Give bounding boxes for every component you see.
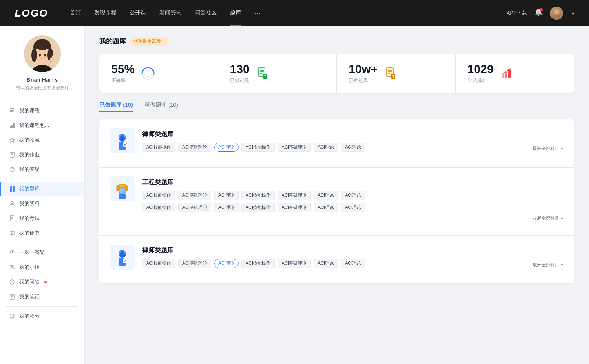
- sidebar-label-homework: 我的作业: [19, 151, 40, 158]
- svg-point-35: [11, 232, 13, 233]
- questions-icon-wrap: [255, 66, 270, 81]
- quiz-bank-lawyer-1: 律师类题库 ACI技能操作 ACI基础理论 ACI理论 ACI技能操作 ACI基…: [99, 119, 574, 168]
- sidebar-label-qa: 我的答疑: [19, 166, 40, 173]
- sidebar-item-points[interactable]: 我的积分: [0, 309, 84, 324]
- tag-item[interactable]: ACI基础理论: [278, 191, 311, 200]
- quiz-bank-engineer-header: 工程类题库 ACI技能操作 ACI基础理论 ACI理论 ACI技能操作 ACI基…: [110, 176, 564, 221]
- profile-avatar[interactable]: [24, 35, 61, 72]
- stat-rank-label: 全站排名: [468, 77, 494, 84]
- svg-point-11: [39, 54, 41, 57]
- tag-item[interactable]: ACI理论: [314, 191, 338, 200]
- avatar-chevron[interactable]: ▾: [572, 11, 574, 16]
- expand-link-1[interactable]: 展开全部科目 ∨: [533, 146, 564, 152]
- engineer-title: 工程类题库: [142, 178, 564, 186]
- tag-item[interactable]: ACI理论: [314, 143, 338, 152]
- tag-item[interactable]: ACI理论: [214, 191, 239, 200]
- sidebar-item-1on1[interactable]: 一对一答疑: [0, 245, 84, 260]
- questions-icon: ?: [9, 279, 15, 285]
- tab-done[interactable]: 已做题库 (10): [99, 101, 133, 112]
- sidebar-item-notes[interactable]: 我的笔记: [0, 289, 84, 304]
- tag-item[interactable]: ACI理论: [341, 203, 365, 212]
- tag-item[interactable]: ACI技能操作: [142, 203, 175, 212]
- svg-point-46: [10, 314, 14, 318]
- tag-item-active[interactable]: ACI理论: [214, 143, 239, 152]
- avatar-image: [550, 7, 563, 20]
- tag-item-active[interactable]: ACI理论: [214, 259, 239, 268]
- avatar[interactable]: [550, 7, 563, 20]
- page-title: 我的题库: [99, 37, 126, 46]
- svg-marker-19: [10, 138, 14, 142]
- nav-news[interactable]: 新闻资讯: [159, 9, 181, 18]
- tag-item[interactable]: ACI技能操作: [241, 203, 275, 212]
- tag-item[interactable]: ACI理论: [314, 203, 338, 212]
- stat-accuracy: 55% 正确率: [99, 54, 218, 93]
- sidebar-item-courses[interactable]: 我的课程: [0, 103, 84, 118]
- tag-item[interactable]: ACI理论: [341, 259, 365, 268]
- quiz-bank-engineer: 工程类题库 ACI技能操作 ACI基础理论 ACI理论 ACI技能操作 ACI基…: [99, 168, 574, 236]
- stat-accuracy-number: 55%: [111, 63, 135, 75]
- nav-quiz[interactable]: 题库: [230, 9, 241, 18]
- tag-item[interactable]: ACI技能操作: [142, 191, 175, 200]
- tag-item[interactable]: ACI基础理论: [178, 191, 211, 200]
- tag-item[interactable]: ACI技能操作: [241, 143, 275, 152]
- expand-link-3[interactable]: 展开全部科目 ∨: [533, 262, 564, 268]
- tag-item[interactable]: ACI基础理论: [278, 259, 311, 268]
- tabs-row: 已做题库 (10) 可做题库 (10): [99, 101, 574, 112]
- nav-links: 首页 发现课程 公开课 新闻资讯 问答社区 题库 ···: [70, 9, 507, 18]
- svg-point-39: [13, 265, 14, 267]
- svg-rect-34: [10, 231, 14, 234]
- tag-item[interactable]: ACI技能操作: [241, 191, 275, 200]
- sidebar-item-homework[interactable]: 我的作业: [0, 147, 84, 162]
- tag-item[interactable]: ACI技能操作: [241, 259, 275, 268]
- sidebar-item-exams[interactable]: 我的考试: [0, 211, 84, 226]
- stat-questions-label: 已做试题: [230, 77, 250, 84]
- tag-item[interactable]: ACI基础理论: [178, 143, 211, 152]
- sidebar: Brian Harris 错误的决定比没有决定要好 我的课程 我的课程包...: [0, 26, 85, 364]
- collapse-row: 收起全部科目 ∧: [142, 215, 564, 221]
- collapse-link[interactable]: 收起全部科目 ∧: [533, 215, 564, 221]
- tag-item[interactable]: ACI基础理论: [278, 203, 311, 212]
- sidebar-item-questions[interactable]: ? 我的问答: [0, 275, 84, 289]
- qa-icon: ?: [9, 166, 15, 173]
- nav-home[interactable]: 首页: [70, 9, 81, 18]
- nav-discover[interactable]: 发现课程: [94, 9, 116, 18]
- svg-point-80: [119, 188, 125, 193]
- tag-item[interactable]: ACI理论: [341, 143, 365, 152]
- notification-bell[interactable]: [535, 8, 543, 18]
- tag-item[interactable]: ACI理论: [341, 191, 365, 200]
- svg-point-12: [44, 54, 46, 57]
- divider-1: [6, 179, 78, 179]
- quiz-bank-lawyer-2: 律师类题库 ACI技能操作 ACI基础理论 ACI理论 ACI技能操作 ACI基…: [99, 236, 574, 283]
- tag-item[interactable]: ACI基础理论: [178, 259, 211, 268]
- sidebar-item-quiz-bank[interactable]: 我的题库: [0, 182, 84, 196]
- lawyer-2-icon: [110, 245, 135, 270]
- tag-item[interactable]: ACI基础理论: [178, 203, 211, 212]
- nav-open-course[interactable]: 公开课: [130, 9, 146, 18]
- tag-item[interactable]: ACI理论: [314, 259, 338, 268]
- sidebar-item-profile[interactable]: 我的资料: [0, 196, 84, 211]
- profile-motto: 错误的决定比没有决定要好: [7, 85, 77, 91]
- app-download-button[interactable]: APP下载: [507, 10, 527, 17]
- sidebar-item-qa[interactable]: ? 我的答疑: [0, 162, 84, 177]
- sidebar-item-favorites[interactable]: 我的收藏: [0, 133, 84, 147]
- nav-more[interactable]: ···: [254, 10, 260, 17]
- svg-rect-16: [10, 126, 11, 128]
- logo[interactable]: LOGO: [15, 7, 48, 19]
- tag-item[interactable]: ACI技能操作: [142, 259, 175, 268]
- sidebar-label-packages: 我的课程包...: [19, 122, 49, 129]
- svg-rect-68: [505, 72, 507, 78]
- tag-item[interactable]: ACI基础理论: [278, 143, 311, 152]
- tab-available[interactable]: 可做题库 (10): [145, 101, 178, 112]
- tag-item[interactable]: ACI理论: [214, 203, 239, 212]
- svg-point-50: [145, 70, 151, 77]
- tag-item[interactable]: ACI技能操作: [142, 143, 175, 152]
- lawyer-2-title: 律师类题库: [142, 246, 564, 254]
- profile-menu-icon: [9, 200, 15, 207]
- doc-orange-icon: [384, 67, 398, 80]
- sidebar-item-course-packages[interactable]: 我的课程包...: [0, 118, 84, 133]
- notification-dot: [540, 8, 543, 11]
- sidebar-item-groups[interactable]: 我的小组: [0, 260, 84, 275]
- engineer-icon: [110, 176, 135, 201]
- sidebar-item-certs[interactable]: 我的证书: [0, 226, 84, 240]
- nav-qa[interactable]: 问答社区: [195, 9, 217, 18]
